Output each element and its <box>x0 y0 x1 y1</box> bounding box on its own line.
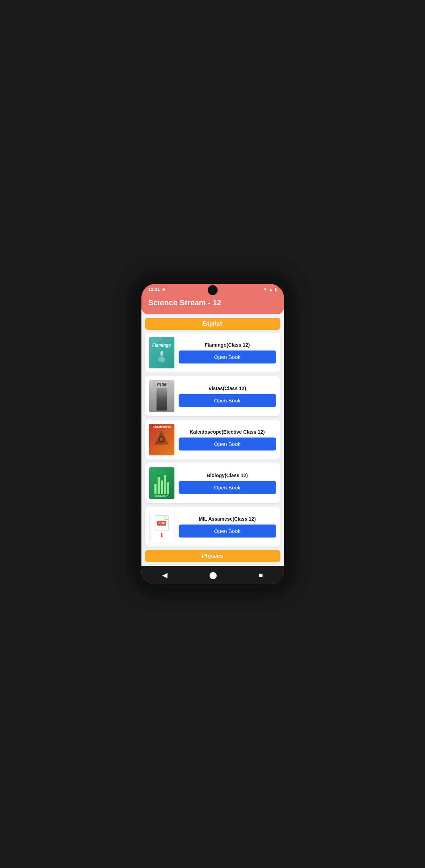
open-book-biology[interactable]: Open Book <box>179 481 276 494</box>
status-left: 12:31 ◉ <box>148 287 166 292</box>
signal-bars-icon: ▲ <box>269 287 273 292</box>
scroll-content: English Flamingo <box>141 314 284 566</box>
pdf-doc: PDF <box>155 515 169 531</box>
app-header: Science Stream - 12 <box>141 294 284 314</box>
svg-point-1 <box>161 351 163 353</box>
open-book-kaleidoscope[interactable]: Open Book <box>179 438 276 450</box>
svg-point-4 <box>160 438 163 441</box>
app-title: Science Stream - 12 <box>148 298 277 307</box>
book-card-mil-assamese: PDF ⬇ MIL Assamese(Class 12) Open Book <box>145 507 280 547</box>
book-info-kaleidoscope: Kaleidoscope(Elective Class 12) Open Boo… <box>179 429 276 450</box>
wifi-icon: ▼ <box>263 287 267 292</box>
battery-icon: ▮ <box>274 287 277 292</box>
home-button[interactable]: ⬤ <box>204 569 223 581</box>
helix-bars <box>154 475 169 494</box>
status-right: ▼ ▲ ▮ <box>263 287 277 292</box>
book-card-flamingo: Flamingo Flamingo(Class 12) Open Book <box>145 333 280 373</box>
section-header-english: English <box>145 318 280 330</box>
book-title-mil-assamese: MIL Assamese(Class 12) <box>179 516 276 522</box>
bio-art: BIOLOGY <box>149 467 174 499</box>
book-cover-biology: BIOLOGY <box>149 467 174 499</box>
book-cover-kaleidoscope: Kaleidoscope <box>149 424 174 455</box>
section-header-physics: Physics <box>145 550 280 562</box>
back-button[interactable]: ◀ <box>157 569 173 581</box>
book-card-kaleidoscope: Kaleidoscope Kaleidoscope(Elective Class… <box>145 420 280 460</box>
book-cover-vistas: Vistas <box>149 380 174 412</box>
vistas-art: Vistas <box>155 380 168 412</box>
phone-frame: 12:31 ◉ ▼ ▲ ▮ Science Stream - 12 Englis… <box>137 280 288 588</box>
book-card-vistas: Vistas Vistas(Class 12) Open Book <box>145 376 280 416</box>
camera-notch <box>208 285 218 295</box>
book-title-vistas: Vistas(Class 12) <box>179 386 276 391</box>
book-title-kaleidoscope: Kaleidoscope(Elective Class 12) <box>179 429 276 435</box>
open-book-vistas[interactable]: Open Book <box>179 394 276 407</box>
pdf-badge: PDF <box>157 521 166 526</box>
helix-bar <box>161 480 163 494</box>
status-bar: 12:31 ◉ ▼ ▲ ▮ <box>141 284 284 294</box>
book-info-vistas: Vistas(Class 12) Open Book <box>179 386 276 407</box>
book-card-biology: BIOLOGY Biology(Class 12) Open Book <box>145 463 280 503</box>
pdf-arrow-icon: ⬇ <box>159 532 164 539</box>
phone-screen: 12:31 ◉ ▼ ▲ ▮ Science Stream - 12 Englis… <box>141 284 284 584</box>
section-label-physics: Physics <box>202 553 223 559</box>
signal-icon: ◉ <box>162 287 166 292</box>
helix-bar <box>154 484 157 494</box>
helix <box>151 470 172 494</box>
open-book-flamingo[interactable]: Open Book <box>179 350 276 363</box>
book-title-biology: Biology(Class 12) <box>179 473 276 478</box>
kaleidoscope-svg <box>153 429 170 446</box>
svg-point-0 <box>158 357 165 362</box>
flamingo-art: Flamingo <box>149 337 174 368</box>
helix-bar <box>167 482 169 494</box>
book-title-flamingo: Flamingo(Class 12) <box>179 342 276 348</box>
section-label-english: English <box>202 321 223 327</box>
recents-button[interactable]: ■ <box>253 570 268 581</box>
open-book-mil-assamese[interactable]: Open Book <box>179 525 276 538</box>
flamingo-svg <box>155 350 169 364</box>
book-info-flamingo: Flamingo(Class 12) Open Book <box>179 342 276 363</box>
pdf-icon: PDF ⬇ <box>155 515 169 539</box>
bio-label: BIOLOGY <box>155 494 168 498</box>
status-time: 12:31 <box>148 287 160 292</box>
kaleidoscope-art: Kaleidoscope <box>151 424 172 455</box>
helix-bar <box>158 477 160 494</box>
book-cover-flamingo: Flamingo <box>149 337 174 368</box>
nav-bar: ◀ ⬤ ■ <box>141 566 284 584</box>
book-cover-mil-assamese: PDF ⬇ <box>149 511 174 542</box>
book-info-mil-assamese: MIL Assamese(Class 12) Open Book <box>179 516 276 538</box>
book-info-biology: Biology(Class 12) Open Book <box>179 473 276 494</box>
helix-bar <box>164 475 166 494</box>
